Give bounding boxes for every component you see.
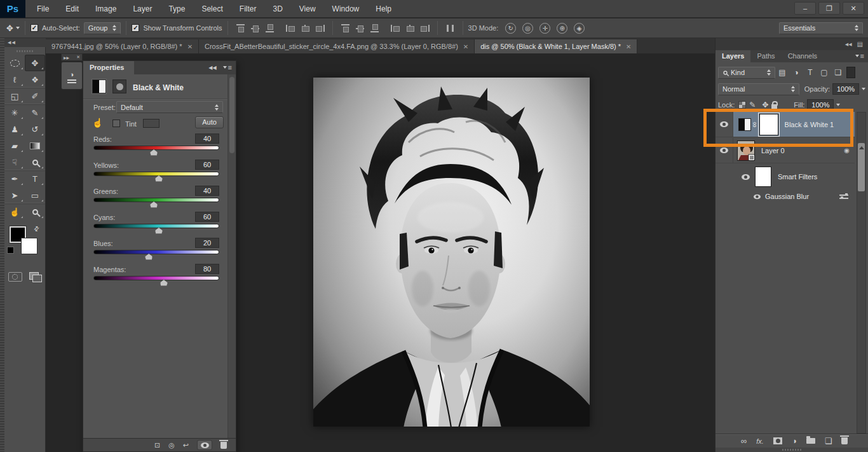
tab-close-icon[interactable]: ✕ [463,43,468,50]
pen-tool[interactable]: ✒ [4,170,25,187]
smart-filters-mask-thumbnail[interactable] [755,167,771,187]
layer-visibility-eye-icon[interactable] [720,121,728,127]
menu-window[interactable]: Window [332,4,360,13]
menu-select[interactable]: Select [201,4,222,13]
targeted-adjustment-hand-icon[interactable]: ☝ [92,118,103,128]
menu-layer[interactable]: Layer [133,4,152,13]
slider-thumb[interactable] [150,149,158,156]
slider-track[interactable] [93,276,219,280]
background-color-swatch[interactable] [21,238,37,254]
slider-thumb[interactable] [160,280,168,286]
quick-selection-tool[interactable]: ❖ [25,71,45,88]
layer-mask-properties-icon[interactable] [112,79,126,93]
layers-panel-menu-icon[interactable]: ≡ [855,52,864,62]
filter-shape-layers-icon[interactable]: ▢ [817,68,831,77]
document-tab[interactable]: CrossFit_ABetterBeautiful_sticker_circle… [199,39,475,53]
distribute-bottom-edges-icon[interactable] [370,24,379,32]
tab-close-icon[interactable]: ✕ [187,43,193,50]
smart-filters-row[interactable]: Smart Filters [715,164,855,189]
dock-resize-grip[interactable] [715,448,868,452]
clone-stamp-tool[interactable]: ♟ [4,121,25,137]
slider-track[interactable] [93,146,219,150]
menu-3d[interactable]: 3D [273,4,282,13]
slider-thumb[interactable] [155,228,163,234]
opacity-value[interactable]: 100% [832,83,859,95]
menu-type[interactable]: Type [168,4,185,13]
distribute-horizontal-centers-icon[interactable] [405,24,415,32]
filter-options-icon[interactable] [839,193,848,200]
reset-adjustment-icon[interactable]: ↩ [183,441,189,449]
tab-channels[interactable]: Channels [782,50,824,62]
filter-smart-objects-icon[interactable]: ❏ [831,68,845,77]
gaussian-blur-eye-icon[interactable] [754,194,761,199]
new-group-icon[interactable] [806,438,815,444]
slider-thumb[interactable] [145,254,153,260]
close-panel-icon[interactable]: ✕ [76,55,80,60]
filtering-toggle[interactable] [846,67,855,78]
layer-row-black-white[interactable]: ∞ Black & White 1 [715,112,855,137]
align-bottom-edges-icon[interactable] [265,24,275,32]
filter-pixel-layers-icon[interactable]: ▤ [775,68,789,77]
screen-mode-button[interactable] [28,272,42,282]
filter-kind-dropdown[interactable]: Kind [718,67,775,79]
distribute-spacing-icon[interactable] [445,24,455,32]
move-tool[interactable]: ✥ [25,55,45,71]
lock-all-icon[interactable] [771,104,777,109]
3d-slide-icon[interactable]: ⊕ [557,23,567,34]
lasso-tool[interactable]: ℓ [4,71,25,88]
align-right-edges-icon[interactable] [315,24,325,32]
3d-rotate-icon[interactable]: ↻ [505,23,516,34]
tab-paths[interactable]: Paths [750,50,781,62]
slider-thumb[interactable] [150,202,158,208]
smart-filter-expand-icon[interactable]: ◉ [844,147,850,154]
slider-value-box[interactable]: 40 [195,134,219,144]
dock-collapse-icon[interactable]: ◀◀ [845,42,852,47]
layer-name[interactable]: Layer 0 [761,147,785,154]
spot-healing-brush-tool[interactable]: ✳ [4,104,25,121]
distribute-vertical-centers-icon[interactable] [355,24,365,32]
properties-tab[interactable]: Properties [83,61,134,74]
eyedropper-tool[interactable]: ✐ [25,88,45,104]
dock-grid-icon[interactable]: ▤ [857,41,863,48]
brush-tool[interactable]: ✎ [25,104,45,121]
clip-to-layer-icon[interactable]: ⊡ [154,441,160,449]
path-selection-tool[interactable]: ➤ [4,187,25,203]
align-top-edges-icon[interactable] [236,24,245,32]
quick-mask-mode-button[interactable] [8,272,22,282]
scrollbar-thumb[interactable] [858,143,865,191]
auto-button[interactable]: Auto [195,116,224,128]
slider-thumb[interactable] [155,175,163,182]
swap-colors-icon[interactable]: ⇄ [32,224,41,233]
link-layers-icon[interactable]: ∞ [741,436,747,446]
document-tab[interactable]: dis @ 50% (Black & White 1, Layer Mask/8… [475,39,637,53]
add-layer-mask-icon[interactable] [773,437,782,444]
3d-roll-icon[interactable]: ◎ [522,23,533,34]
crop-tool[interactable]: ◱ [4,88,25,104]
align-vertical-centers-icon[interactable] [250,24,260,32]
history-brush-tool[interactable]: ↺ [25,121,45,137]
lock-position-icon[interactable]: ✥ [759,100,771,109]
mask-link-icon[interactable]: ∞ [750,121,759,127]
workspace-switcher-dropdown[interactable]: Essentials [779,22,863,34]
eraser-tool[interactable]: ▰ [4,137,25,154]
layer-image-thumbnail[interactable] [737,140,755,161]
default-colors-icon[interactable] [8,248,14,254]
layer-style-fx-icon[interactable]: fx. [756,437,764,445]
gradient-tool[interactable] [25,137,45,154]
tools-collapse-button[interactable]: ◀◀ [4,38,46,47]
zoom-tool[interactable] [25,203,45,220]
document-tab[interactable]: 97679441.jpg @ 50% (Layer 0, RGB/8#) *✕ [46,39,199,53]
layer-mask-thumbnail[interactable] [759,114,778,135]
menu-view[interactable]: View [299,4,316,13]
delete-layer-icon[interactable] [841,437,848,444]
type-tool[interactable]: T [25,170,45,187]
close-button[interactable]: ✕ [843,2,864,15]
menu-image[interactable]: Image [95,4,116,13]
menu-filter[interactable]: Filter [240,4,257,13]
menu-edit[interactable]: Edit [65,4,79,13]
3d-camera-icon[interactable]: ◈ [574,23,585,34]
gaussian-blur-row[interactable]: Gaussian Blur [715,189,855,203]
tab-layers[interactable]: Layers [715,50,750,62]
filter-type-layers-icon[interactable]: T [803,68,817,77]
layer-visibility-eye-icon[interactable] [720,147,728,153]
